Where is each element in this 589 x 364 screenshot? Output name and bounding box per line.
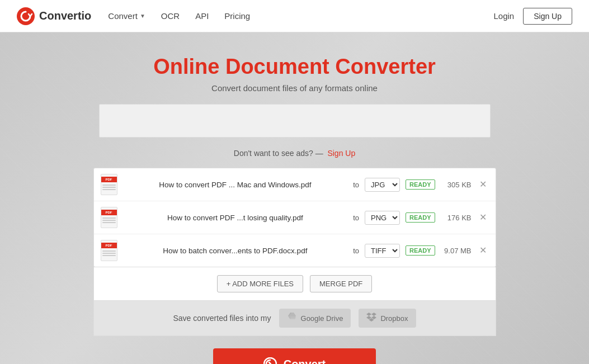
- nav-convert[interactable]: Convert ▼: [108, 11, 145, 21]
- svg-marker-1: [366, 313, 371, 316]
- svg-point-0: [17, 7, 35, 25]
- convert-section: Convert: [93, 348, 496, 364]
- file-actions: + ADD MORE FILES MERGE PDF: [93, 267, 496, 301]
- save-text: Save converted files into my: [173, 314, 271, 323]
- dropbox-button[interactable]: Dropbox: [359, 309, 416, 328]
- svg-marker-2: [371, 313, 376, 316]
- convert-icon: [263, 357, 277, 364]
- status-badge-2: READY: [406, 212, 435, 223]
- file-to-1: to: [353, 181, 359, 189]
- close-button-1[interactable]: ✕: [477, 179, 489, 190]
- nav-links: Convert ▼ OCR API Pricing: [108, 11, 250, 21]
- table-row: PDF How to convert PDF ... Mac and Windo…: [94, 168, 496, 201]
- format-select-3[interactable]: TIFFJPGPNGPDF: [365, 244, 400, 258]
- navbar-right: Login Sign Up: [493, 8, 572, 25]
- file-name-3: How to batch conver...ents to PDF.docx.p…: [123, 247, 348, 255]
- hero-section: Online Document Converter Convert docume…: [0, 32, 589, 364]
- nav-pricing[interactable]: Pricing: [224, 11, 250, 21]
- google-drive-label: Google Drive: [301, 314, 343, 323]
- chevron-down-icon: ▼: [140, 13, 145, 19]
- navbar-left: Convertio Convert ▼ OCR API Pricing: [17, 7, 493, 25]
- dropbox-icon: [366, 313, 376, 324]
- status-badge-3: READY: [406, 245, 435, 256]
- navbar: Convertio Convert ▼ OCR API Pricing Logi…: [0, 0, 589, 32]
- dropbox-label: Dropbox: [380, 314, 408, 323]
- add-more-files-button[interactable]: + ADD MORE FILES: [217, 275, 303, 292]
- ad-banner: [99, 104, 491, 138]
- convert-label: Convert: [284, 358, 326, 365]
- file-name-2: How to convert PDF ...t losing quality.p…: [123, 214, 348, 222]
- logo-text: Convertio: [39, 10, 91, 22]
- file-size-1: 305 KB: [441, 181, 472, 189]
- google-drive-icon: [287, 313, 297, 324]
- hero-subtitle: Convert document files of any formats on…: [0, 83, 589, 93]
- format-select-2[interactable]: PNGJPGTIFFPDF: [365, 211, 400, 225]
- status-badge-1: READY: [406, 179, 435, 190]
- table-row: PDF How to convert PDF ...t losing quali…: [94, 201, 496, 234]
- nav-convert-label: Convert: [108, 11, 138, 21]
- google-drive-button[interactable]: Google Drive: [279, 309, 351, 328]
- file-name-1: How to convert PDF ... Mac and Windows.p…: [123, 181, 348, 189]
- pdf-icon-2: PDF: [101, 207, 117, 228]
- file-size-2: 176 KB: [441, 214, 472, 222]
- hero-title: Online Document Converter: [0, 55, 589, 79]
- file-to-2: to: [353, 214, 359, 222]
- nav-api[interactable]: API: [195, 11, 209, 21]
- format-select-1[interactable]: JPGPNGTIFFPDF: [365, 178, 400, 192]
- file-list: PDF How to convert PDF ... Mac and Windo…: [93, 168, 496, 267]
- merge-pdf-button[interactable]: MERGE PDF: [310, 275, 372, 292]
- pdf-icon-1: PDF: [101, 174, 117, 195]
- logo[interactable]: Convertio: [17, 7, 91, 25]
- no-ads-text: Don't want to see ads? —: [234, 149, 323, 158]
- close-button-2[interactable]: ✕: [477, 212, 489, 223]
- table-row: PDF How to batch conver...ents to PDF.do…: [94, 234, 496, 267]
- main-container: PDF How to convert PDF ... Mac and Windo…: [82, 168, 507, 364]
- login-link[interactable]: Login: [493, 11, 514, 21]
- no-ads-signup-link[interactable]: Sign Up: [327, 149, 355, 158]
- save-bar: Save converted files into my Google Driv…: [93, 301, 496, 336]
- file-to-3: to: [353, 247, 359, 255]
- no-ads-bar: Don't want to see ads? — Sign Up: [0, 149, 589, 158]
- logo-icon: [17, 7, 35, 25]
- close-button-3[interactable]: ✕: [477, 245, 489, 256]
- signup-button[interactable]: Sign Up: [523, 8, 572, 25]
- pdf-icon-3: PDF: [101, 240, 117, 261]
- file-size-3: 9.07 MB: [441, 247, 472, 255]
- convert-button[interactable]: Convert: [213, 348, 376, 364]
- nav-ocr[interactable]: OCR: [161, 11, 180, 21]
